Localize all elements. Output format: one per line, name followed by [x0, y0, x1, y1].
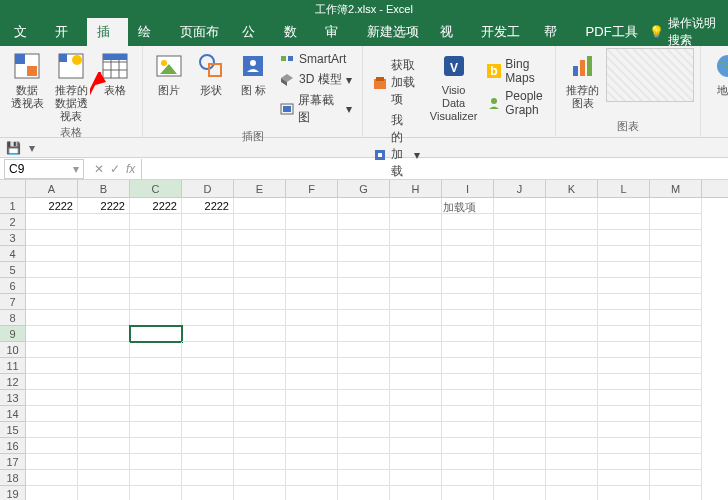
- screenshot-button[interactable]: 屏幕截图 ▾: [277, 91, 354, 127]
- cell-G10[interactable]: [338, 342, 390, 358]
- cell-C14[interactable]: [130, 406, 182, 422]
- cell-M4[interactable]: [650, 246, 702, 262]
- cell-E8[interactable]: [234, 310, 286, 326]
- cell-E18[interactable]: [234, 470, 286, 486]
- cell-B11[interactable]: [78, 358, 130, 374]
- chart-gallery[interactable]: [606, 48, 694, 102]
- cell-H1[interactable]: [390, 198, 442, 214]
- map-button[interactable]: 地图: [707, 48, 728, 99]
- cell-J16[interactable]: [494, 438, 546, 454]
- cell-K4[interactable]: [546, 246, 598, 262]
- cell-E6[interactable]: [234, 278, 286, 294]
- cell-L17[interactable]: [598, 454, 650, 470]
- cell-D17[interactable]: [182, 454, 234, 470]
- cell-G18[interactable]: [338, 470, 390, 486]
- cell-D2[interactable]: [182, 214, 234, 230]
- icons-button[interactable]: 图 标: [233, 48, 273, 99]
- cell-A16[interactable]: [26, 438, 78, 454]
- cell-M17[interactable]: [650, 454, 702, 470]
- pivot-table-button[interactable]: 数据 透视表: [6, 48, 48, 112]
- cell-J3[interactable]: [494, 230, 546, 246]
- cell-J11[interactable]: [494, 358, 546, 374]
- cell-C6[interactable]: [130, 278, 182, 294]
- cell-G2[interactable]: [338, 214, 390, 230]
- cell-C11[interactable]: [130, 358, 182, 374]
- cell-I2[interactable]: [442, 214, 494, 230]
- cell-K18[interactable]: [546, 470, 598, 486]
- tab-页面布局[interactable]: 页面布局: [170, 18, 233, 46]
- cell-I9[interactable]: [442, 326, 494, 342]
- cell-J1[interactable]: [494, 198, 546, 214]
- tab-公式[interactable]: 公式: [232, 18, 273, 46]
- col-header-C[interactable]: C: [130, 180, 182, 197]
- cell-L5[interactable]: [598, 262, 650, 278]
- cell-B14[interactable]: [78, 406, 130, 422]
- cell-F17[interactable]: [286, 454, 338, 470]
- cell-F13[interactable]: [286, 390, 338, 406]
- cell-K15[interactable]: [546, 422, 598, 438]
- cell-C8[interactable]: [130, 310, 182, 326]
- cell-G17[interactable]: [338, 454, 390, 470]
- cell-A2[interactable]: [26, 214, 78, 230]
- cell-D14[interactable]: [182, 406, 234, 422]
- cell-G4[interactable]: [338, 246, 390, 262]
- cell-C13[interactable]: [130, 390, 182, 406]
- tab-开始[interactable]: 开始: [45, 18, 86, 46]
- recommend-pivot-button[interactable]: 推荐的 数据透视表: [50, 48, 92, 125]
- cell-G5[interactable]: [338, 262, 390, 278]
- cell-L4[interactable]: [598, 246, 650, 262]
- cell-M16[interactable]: [650, 438, 702, 454]
- tab-文件[interactable]: 文件: [4, 18, 45, 46]
- cell-D3[interactable]: [182, 230, 234, 246]
- cell-M11[interactable]: [650, 358, 702, 374]
- cell-E7[interactable]: [234, 294, 286, 310]
- cell-B13[interactable]: [78, 390, 130, 406]
- cell-J6[interactable]: [494, 278, 546, 294]
- cell-F14[interactable]: [286, 406, 338, 422]
- cell-M8[interactable]: [650, 310, 702, 326]
- row-header-5[interactable]: 5: [0, 262, 26, 278]
- cell-D6[interactable]: [182, 278, 234, 294]
- cell-K2[interactable]: [546, 214, 598, 230]
- pictures-button[interactable]: 图片: [149, 48, 189, 99]
- cell-L15[interactable]: [598, 422, 650, 438]
- cell-G6[interactable]: [338, 278, 390, 294]
- cell-A17[interactable]: [26, 454, 78, 470]
- cell-K3[interactable]: [546, 230, 598, 246]
- cell-A4[interactable]: [26, 246, 78, 262]
- cell-L6[interactable]: [598, 278, 650, 294]
- row-header-3[interactable]: 3: [0, 230, 26, 246]
- cell-B8[interactable]: [78, 310, 130, 326]
- cell-G7[interactable]: [338, 294, 390, 310]
- cell-A3[interactable]: [26, 230, 78, 246]
- cell-F7[interactable]: [286, 294, 338, 310]
- row-header-19[interactable]: 19: [0, 486, 26, 500]
- cell-F9[interactable]: [286, 326, 338, 342]
- cell-J15[interactable]: [494, 422, 546, 438]
- cell-B19[interactable]: [78, 486, 130, 500]
- cell-I8[interactable]: [442, 310, 494, 326]
- cell-G13[interactable]: [338, 390, 390, 406]
- cell-J9[interactable]: [494, 326, 546, 342]
- cell-M3[interactable]: [650, 230, 702, 246]
- cell-F19[interactable]: [286, 486, 338, 500]
- tab-视图[interactable]: 视图: [430, 18, 471, 46]
- cell-F11[interactable]: [286, 358, 338, 374]
- cell-L11[interactable]: [598, 358, 650, 374]
- cell-C10[interactable]: [130, 342, 182, 358]
- cell-J10[interactable]: [494, 342, 546, 358]
- cell-I13[interactable]: [442, 390, 494, 406]
- cell-H3[interactable]: [390, 230, 442, 246]
- cell-I19[interactable]: [442, 486, 494, 500]
- cell-D10[interactable]: [182, 342, 234, 358]
- cell-F5[interactable]: [286, 262, 338, 278]
- name-box[interactable]: C9▾: [4, 159, 84, 179]
- cell-E3[interactable]: [234, 230, 286, 246]
- cell-B16[interactable]: [78, 438, 130, 454]
- cell-H15[interactable]: [390, 422, 442, 438]
- cell-L8[interactable]: [598, 310, 650, 326]
- cell-I14[interactable]: [442, 406, 494, 422]
- cell-H2[interactable]: [390, 214, 442, 230]
- cell-B2[interactable]: [78, 214, 130, 230]
- cell-H7[interactable]: [390, 294, 442, 310]
